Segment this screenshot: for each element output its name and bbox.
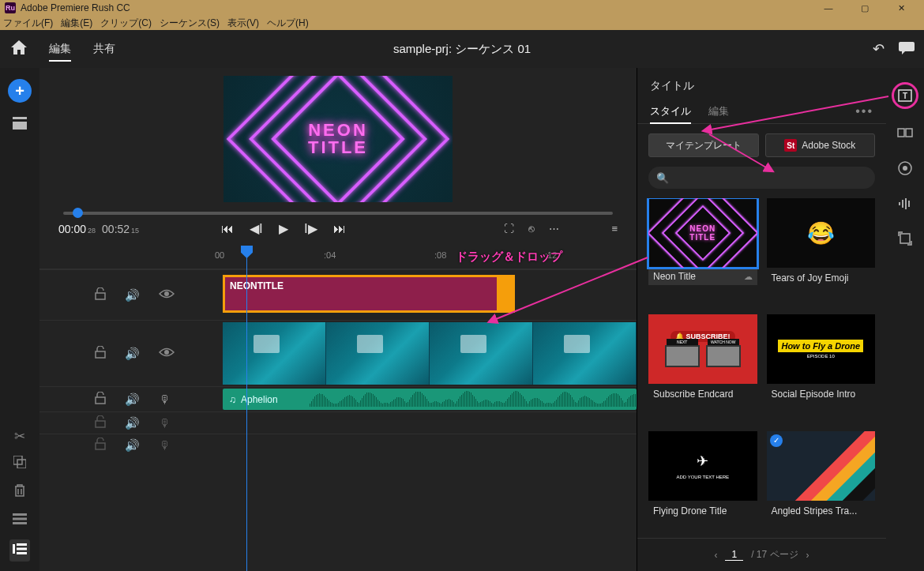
preview-scrubber[interactable] [63,212,613,215]
pager-next[interactable]: › [806,550,809,561]
title-clip[interactable]: NEONTITLE [223,275,515,313]
track-video: 🔊 [39,320,637,386]
mute-icon[interactable]: 🔊 [125,416,140,430]
lock-icon[interactable] [95,415,106,430]
step-back-icon[interactable]: ◀Ⅰ [250,221,263,236]
visibility-icon[interactable] [159,288,175,302]
track-controls-icon[interactable] [9,539,30,562]
svg-rect-9 [17,548,27,550]
voiceover-icon[interactable]: 🎙 [159,393,171,406]
top-nav: 編集 共有 sample-prj: シーケンス 01 ↶ [0,30,924,68]
mode-share[interactable]: 共有 [82,30,126,68]
mute-icon[interactable]: 🔊 [125,438,140,453]
preview-title-text: NEON TITLE [308,122,368,156]
panel-more-icon[interactable]: ••• [855,104,873,118]
menu-help[interactable]: ヘルプ(H) [267,17,309,30]
scissors-icon[interactable]: ✂ [14,428,25,445]
mute-icon[interactable]: 🔊 [125,347,140,361]
template-pager: ‹ 1 / 17 ページ › [637,538,886,571]
stock-badge-icon: St [784,139,797,152]
lock-icon[interactable] [95,287,106,302]
svg-rect-5 [13,518,27,520]
track-audio-1: 🔊 🎙 ♫ Aphelion [39,386,637,411]
template-flying-drone[interactable]: ✈ ADD YOUR TEXT HERE Flying Drone Title [648,431,757,538]
menu-file[interactable]: ファイル(F) [3,17,53,30]
transform-icon[interactable] [898,231,912,250]
center-area: NEON TITLE 00:0028 00:5215 ⏮ ◀Ⅰ ▶ Ⅰ▶ ⏭ ⛶ [39,68,637,571]
music-note-icon: ♫ [229,394,236,405]
playhead[interactable] [246,246,247,571]
go-start-icon[interactable]: ⏮ [221,222,234,236]
mute-icon[interactable]: 🔊 [125,393,140,407]
svg-rect-6 [13,522,27,524]
app-icon: Ru [5,2,16,13]
template-neon-title[interactable]: NEONTITLE Neon Title☁ [648,198,757,305]
menu-sequence[interactable]: シーケンス(S) [160,17,220,30]
adobe-stock-button[interactable]: St Adobe Stock [765,133,876,157]
tab-edit-title[interactable]: 編集 [708,100,729,123]
pager-prev[interactable]: ‹ [714,550,717,561]
menu-bar: ファイル(F) 編集(E) クリップ(C) シーケンス(S) 表示(V) ヘルプ… [0,16,924,30]
track-audio-3: 🔊 🎙 [39,434,637,456]
lock-icon[interactable] [95,392,106,407]
menu-view[interactable]: 表示(V) [227,17,259,30]
undo-icon[interactable]: ↶ [873,40,885,58]
project-panel-icon[interactable] [13,117,27,133]
audio-panel-icon[interactable] [897,197,913,214]
template-social-episode[interactable]: How to Fly a Drone EPISODE 10 Social Epi… [767,314,876,421]
fullscreen-icon[interactable]: ⛶ [504,223,514,235]
preview-frame[interactable]: NEON TITLE [223,76,453,202]
voiceover-icon[interactable]: 🎙 [159,438,171,452]
preview-area: NEON TITLE 00:0028 00:5215 ⏮ ◀Ⅰ ▶ Ⅰ▶ ⏭ ⛶ [39,68,637,246]
expand-tracks-icon[interactable] [13,513,27,528]
svg-rect-8 [17,543,27,546]
voiceover-icon[interactable]: 🎙 [159,416,171,430]
timeline-options-icon[interactable]: ≡ [611,223,618,235]
svg-rect-15 [898,129,904,137]
duplicate-icon[interactable] [13,456,26,472]
svg-rect-10 [17,552,27,554]
scrubber-handle[interactable] [73,208,83,218]
color-icon[interactable] [897,160,913,180]
maximize-button[interactable]: ▢ [847,0,883,16]
app-name: Adobe Premiere Rush CC [21,2,810,13]
audio-clip[interactable]: ♫ Aphelion [223,387,637,411]
svg-rect-1 [13,122,27,130]
check-badge-icon: ✓ [770,434,783,447]
lock-icon[interactable] [95,346,106,361]
minimize-button[interactable]: — [810,0,847,16]
lock-icon[interactable] [95,438,106,453]
svg-rect-23 [900,234,910,243]
comment-icon[interactable] [899,40,915,58]
right-panel: タイトル スタイル 編集 ••• マイテンプレート St Adobe Stock… [637,68,886,571]
trash-icon[interactable] [13,483,26,502]
cloud-icon: ☁ [744,272,753,282]
svg-rect-7 [13,544,15,554]
right-tools: T [886,68,924,571]
step-fwd-icon[interactable]: Ⅰ▶ [304,221,317,236]
menu-clip[interactable]: クリップ(C) [100,17,152,30]
search-templates[interactable]: 🔍 [648,167,875,189]
my-templates-button[interactable]: マイテンプレート [648,133,759,157]
play-icon[interactable]: ▶ [279,221,288,236]
title-bar: Ru Adobe Premiere Rush CC — ▢ ✕ [0,0,924,16]
home-icon[interactable] [0,40,38,58]
mode-edit[interactable]: 編集 [38,30,82,68]
transitions-icon[interactable] [897,126,913,143]
tab-style[interactable]: スタイル [650,100,691,123]
template-angled-stripes[interactable]: ✓ Angled Stripes Tra... [767,431,876,538]
add-media-button[interactable]: + [8,79,32,103]
close-button[interactable]: ✕ [883,0,919,16]
export-icon[interactable]: ⎋ [528,223,535,235]
template-tears-of-joy[interactable]: 😂 Tears of Joy Emoji [767,198,876,305]
mute-icon[interactable]: 🔊 [125,288,140,302]
annotation-drag-drop: ドラッグ＆ドロップ [456,250,562,265]
menu-edit[interactable]: 編集(E) [61,17,92,30]
video-clip[interactable] [223,321,637,386]
titles-panel-icon[interactable]: T [892,82,918,109]
visibility-icon[interactable] [159,347,175,360]
template-subscribe-endcard[interactable]: 🔔 SUBSCRIBE! Subscribe Endcard [648,314,757,421]
player-more-icon[interactable]: ⋯ [549,223,559,235]
svg-point-18 [903,166,907,171]
go-end-icon[interactable]: ⏭ [333,222,346,236]
